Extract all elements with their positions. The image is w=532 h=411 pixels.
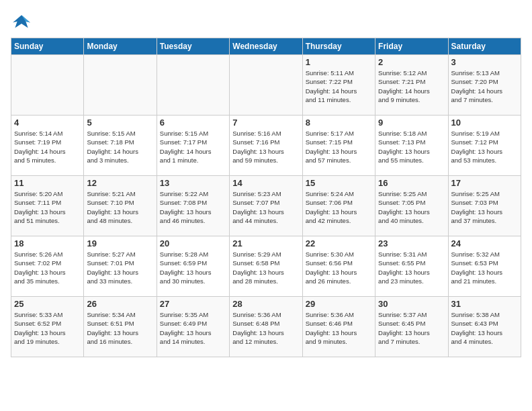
day-info: Sunrise: 5:31 AM Sunset: 6:55 PM Dayligh… [378, 250, 445, 285]
day-number: 7 [232, 118, 299, 128]
calendar-cell: 20Sunrise: 5:28 AM Sunset: 6:59 PM Dayli… [157, 236, 229, 297]
day-number: 3 [451, 57, 518, 67]
weekday-header-sunday: Sunday [11, 38, 84, 55]
calendar-cell: 17Sunrise: 5:25 AM Sunset: 7:03 PM Dayli… [448, 176, 521, 236]
calendar-body: 1Sunrise: 5:11 AM Sunset: 7:22 PM Daylig… [11, 55, 521, 357]
calendar-cell: 6Sunrise: 5:15 AM Sunset: 7:17 PM Daylig… [157, 116, 229, 176]
calendar-week-row: 18Sunrise: 5:26 AM Sunset: 7:02 PM Dayli… [11, 236, 521, 297]
day-number: 15 [306, 178, 372, 188]
day-info: Sunrise: 5:23 AM Sunset: 7:07 PM Dayligh… [232, 189, 299, 225]
calendar-cell: 22Sunrise: 5:30 AM Sunset: 6:56 PM Dayli… [302, 236, 375, 297]
day-info: Sunrise: 5:25 AM Sunset: 7:03 PM Dayligh… [451, 189, 518, 225]
calendar-cell: 27Sunrise: 5:35 AM Sunset: 6:49 PM Dayli… [157, 297, 229, 357]
day-number: 25 [14, 299, 81, 309]
logo [11, 11, 35, 32]
day-info: Sunrise: 5:28 AM Sunset: 6:59 PM Dayligh… [160, 250, 226, 285]
day-info: Sunrise: 5:35 AM Sunset: 6:49 PM Dayligh… [160, 310, 226, 346]
logo-icon [11, 11, 32, 32]
calendar-cell [84, 55, 157, 116]
calendar-week-row: 4Sunrise: 5:14 AM Sunset: 7:19 PM Daylig… [11, 116, 521, 176]
day-info: Sunrise: 5:21 AM Sunset: 7:10 PM Dayligh… [87, 189, 153, 225]
weekday-header-friday: Friday [375, 38, 448, 55]
calendar-cell [157, 55, 229, 116]
calendar-cell: 19Sunrise: 5:27 AM Sunset: 7:01 PM Dayli… [84, 236, 157, 297]
day-number: 10 [451, 118, 518, 128]
weekday-header-thursday: Thursday [302, 38, 375, 55]
day-info: Sunrise: 5:30 AM Sunset: 6:56 PM Dayligh… [306, 250, 372, 285]
calendar-cell: 28Sunrise: 5:36 AM Sunset: 6:48 PM Dayli… [230, 297, 302, 357]
day-number: 29 [306, 299, 372, 309]
day-info: Sunrise: 5:16 AM Sunset: 7:16 PM Dayligh… [232, 129, 299, 165]
day-info: Sunrise: 5:36 AM Sunset: 6:48 PM Dayligh… [232, 310, 299, 346]
day-info: Sunrise: 5:19 AM Sunset: 7:12 PM Dayligh… [451, 129, 518, 165]
calendar-cell: 2Sunrise: 5:12 AM Sunset: 7:21 PM Daylig… [375, 55, 448, 116]
day-info: Sunrise: 5:13 AM Sunset: 7:20 PM Dayligh… [451, 68, 518, 104]
calendar-table: SundayMondayTuesdayWednesdayThursdayFrid… [11, 38, 521, 357]
calendar-cell: 30Sunrise: 5:37 AM Sunset: 6:45 PM Dayli… [375, 297, 448, 357]
day-number: 1 [306, 57, 372, 67]
day-number: 13 [160, 178, 226, 188]
calendar-cell [11, 55, 84, 116]
day-number: 26 [87, 299, 153, 309]
day-number: 20 [160, 238, 226, 248]
day-info: Sunrise: 5:34 AM Sunset: 6:51 PM Dayligh… [87, 310, 153, 346]
calendar-cell: 18Sunrise: 5:26 AM Sunset: 7:02 PM Dayli… [11, 236, 84, 297]
day-number: 8 [306, 118, 372, 128]
weekday-header-wednesday: Wednesday [230, 38, 302, 55]
calendar-header-row: SundayMondayTuesdayWednesdayThursdayFrid… [11, 38, 521, 55]
calendar-cell: 3Sunrise: 5:13 AM Sunset: 7:20 PM Daylig… [448, 55, 521, 116]
day-number: 19 [87, 238, 153, 248]
day-info: Sunrise: 5:15 AM Sunset: 7:18 PM Dayligh… [87, 129, 153, 165]
day-info: Sunrise: 5:33 AM Sunset: 6:52 PM Dayligh… [14, 310, 81, 346]
day-number: 11 [14, 178, 81, 188]
day-number: 4 [14, 118, 81, 128]
calendar-cell: 16Sunrise: 5:25 AM Sunset: 7:05 PM Dayli… [375, 176, 448, 236]
calendar-week-row: 25Sunrise: 5:33 AM Sunset: 6:52 PM Dayli… [11, 297, 521, 357]
day-number: 27 [160, 299, 226, 309]
day-info: Sunrise: 5:18 AM Sunset: 7:13 PM Dayligh… [378, 129, 445, 165]
day-number: 21 [232, 238, 299, 248]
day-number: 31 [451, 299, 518, 309]
day-info: Sunrise: 5:27 AM Sunset: 7:01 PM Dayligh… [87, 250, 153, 285]
calendar-cell: 10Sunrise: 5:19 AM Sunset: 7:12 PM Dayli… [448, 116, 521, 176]
calendar-cell: 11Sunrise: 5:20 AM Sunset: 7:11 PM Dayli… [11, 176, 84, 236]
calendar-cell: 31Sunrise: 5:38 AM Sunset: 6:43 PM Dayli… [448, 297, 521, 357]
calendar-cell: 13Sunrise: 5:22 AM Sunset: 7:08 PM Dayli… [157, 176, 229, 236]
day-info: Sunrise: 5:22 AM Sunset: 7:08 PM Dayligh… [160, 189, 226, 225]
day-number: 12 [87, 178, 153, 188]
calendar-cell: 7Sunrise: 5:16 AM Sunset: 7:16 PM Daylig… [230, 116, 302, 176]
day-number: 5 [87, 118, 153, 128]
day-number: 14 [232, 178, 299, 188]
calendar-cell: 4Sunrise: 5:14 AM Sunset: 7:19 PM Daylig… [11, 116, 84, 176]
day-info: Sunrise: 5:17 AM Sunset: 7:15 PM Dayligh… [306, 129, 372, 165]
day-number: 9 [378, 118, 445, 128]
calendar-cell: 25Sunrise: 5:33 AM Sunset: 6:52 PM Dayli… [11, 297, 84, 357]
day-number: 6 [160, 118, 226, 128]
calendar-cell: 12Sunrise: 5:21 AM Sunset: 7:10 PM Dayli… [84, 176, 157, 236]
calendar-cell: 21Sunrise: 5:29 AM Sunset: 6:58 PM Dayli… [230, 236, 302, 297]
page-header [11, 11, 521, 32]
day-info: Sunrise: 5:12 AM Sunset: 7:21 PM Dayligh… [378, 68, 445, 104]
day-number: 24 [451, 238, 518, 248]
weekday-header-tuesday: Tuesday [157, 38, 229, 55]
day-info: Sunrise: 5:15 AM Sunset: 7:17 PM Dayligh… [160, 129, 226, 165]
day-number: 17 [451, 178, 518, 188]
day-number: 2 [378, 57, 445, 67]
day-info: Sunrise: 5:20 AM Sunset: 7:11 PM Dayligh… [14, 189, 81, 225]
day-number: 16 [378, 178, 445, 188]
day-info: Sunrise: 5:24 AM Sunset: 7:06 PM Dayligh… [306, 189, 372, 225]
day-number: 28 [232, 299, 299, 309]
calendar-cell: 24Sunrise: 5:32 AM Sunset: 6:53 PM Dayli… [448, 236, 521, 297]
day-number: 30 [378, 299, 445, 309]
calendar-cell: 8Sunrise: 5:17 AM Sunset: 7:15 PM Daylig… [302, 116, 375, 176]
calendar-cell: 1Sunrise: 5:11 AM Sunset: 7:22 PM Daylig… [302, 55, 375, 116]
calendar-cell: 14Sunrise: 5:23 AM Sunset: 7:07 PM Dayli… [230, 176, 302, 236]
day-number: 18 [14, 238, 81, 248]
calendar-cell: 23Sunrise: 5:31 AM Sunset: 6:55 PM Dayli… [375, 236, 448, 297]
day-info: Sunrise: 5:26 AM Sunset: 7:02 PM Dayligh… [14, 250, 81, 285]
calendar-cell: 15Sunrise: 5:24 AM Sunset: 7:06 PM Dayli… [302, 176, 375, 236]
day-info: Sunrise: 5:37 AM Sunset: 6:45 PM Dayligh… [378, 310, 445, 346]
day-info: Sunrise: 5:38 AM Sunset: 6:43 PM Dayligh… [451, 310, 518, 346]
day-info: Sunrise: 5:25 AM Sunset: 7:05 PM Dayligh… [378, 189, 445, 225]
day-info: Sunrise: 5:36 AM Sunset: 6:46 PM Dayligh… [306, 310, 372, 346]
